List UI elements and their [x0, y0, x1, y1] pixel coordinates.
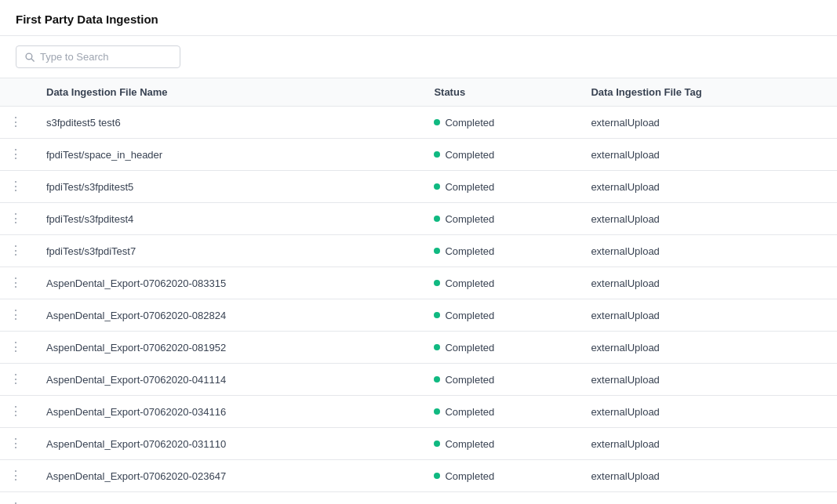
file-name-cell: AspenDental_Export-07062020-082824 [34, 299, 421, 332]
status-dot [434, 473, 440, 479]
row-menu-button[interactable]: ⋮ [0, 171, 34, 203]
file-name-cell: AspenDental_Export-07062020-081952 [34, 332, 421, 364]
row-menu-button[interactable]: ⋮ [0, 267, 34, 299]
status-dot [434, 376, 440, 383]
table-row: ⋮fpdiTest/space_in_headerCompletedextern… [0, 139, 837, 171]
dots-icon: ⋮ [9, 276, 21, 289]
tag-cell: externalUpload [578, 235, 837, 267]
page-header: First Party Data Ingestion [0, 0, 837, 36]
status-text: Completed [445, 117, 494, 129]
page-title: First Party Data Ingestion [16, 13, 158, 26]
table-row: ⋮AspenDental_Export-07062020-015926Compl… [0, 492, 837, 505]
tag-cell: externalUpload [578, 267, 837, 299]
tag-cell: externalUpload [578, 203, 837, 235]
status-text: Completed [445, 277, 494, 289]
search-input[interactable] [40, 51, 172, 63]
status-cell: Completed [421, 428, 578, 460]
table-row: ⋮fpdiTest/s3fpditest4CompletedexternalUp… [0, 203, 837, 235]
status-text: Completed [445, 181, 494, 193]
dots-icon: ⋮ [9, 340, 21, 354]
tag-cell: externalUpload [578, 428, 837, 460]
tag-cell: externalUpload [578, 139, 837, 171]
status-dot [434, 344, 440, 350]
status-text: Completed [445, 245, 494, 257]
status-text: Completed [445, 406, 494, 418]
col-header-tag: Data Ingestion File Tag [578, 78, 837, 107]
file-name-cell: AspenDental_Export-07062020-015926 [34, 492, 421, 505]
table-row: ⋮AspenDental_Export-07062020-031110Compl… [0, 428, 837, 460]
dots-icon: ⋮ [9, 308, 21, 321]
table-row: ⋮AspenDental_Export-07062020-081952Compl… [0, 332, 837, 364]
status-cell: Completed [421, 171, 578, 203]
row-menu-button[interactable]: ⋮ [0, 396, 34, 428]
status-cell: Completed [421, 235, 578, 267]
header-row: Data Ingestion File Name Status Data Ing… [0, 78, 837, 107]
dots-icon: ⋮ [9, 404, 21, 418]
file-name-cell: fpdiTest/s3fpditest4 [34, 203, 421, 235]
tag-cell: externalUpload [578, 396, 837, 428]
file-name-cell: AspenDental_Export-07062020-083315 [34, 267, 421, 299]
table-container: Data Ingestion File Name Status Data Ing… [0, 78, 837, 504]
search-icon [24, 52, 35, 63]
table-row: ⋮AspenDental_Export-07062020-082824Compl… [0, 299, 837, 332]
row-menu-button[interactable]: ⋮ [0, 492, 34, 505]
table-row: ⋮s3fpditest5 test6CompletedexternalUploa… [0, 107, 837, 139]
svg-line-1 [31, 59, 35, 62]
row-menu-button[interactable]: ⋮ [0, 299, 34, 332]
row-menu-button[interactable]: ⋮ [0, 460, 34, 492]
status-text: Completed [445, 213, 494, 225]
tag-cell: externalUpload [578, 492, 837, 505]
row-menu-button[interactable]: ⋮ [0, 235, 34, 267]
file-name-cell: fpdiTest/space_in_header [34, 139, 421, 171]
status-cell: Completed [421, 364, 578, 396]
table-header: Data Ingestion File Name Status Data Ing… [0, 78, 837, 107]
table-row: ⋮AspenDental_Export-07062020-034116Compl… [0, 396, 837, 428]
status-cell: Completed [421, 396, 578, 428]
file-name-cell: AspenDental_Export-07062020-034116 [34, 396, 421, 428]
status-dot [434, 151, 440, 158]
dots-icon: ⋮ [9, 437, 21, 450]
row-menu-button[interactable]: ⋮ [0, 139, 34, 171]
dots-icon: ⋮ [9, 501, 21, 504]
status-dot [434, 248, 440, 254]
status-dot [434, 280, 440, 286]
dots-icon: ⋮ [9, 147, 21, 161]
file-name-cell: fpdiTest/s3fpdiTest7 [34, 235, 421, 267]
file-name-cell: AspenDental_Export-07062020-023647 [34, 460, 421, 492]
status-cell: Completed [421, 460, 578, 492]
dots-icon: ⋮ [9, 179, 21, 193]
table-row: ⋮fpdiTest/s3fpdiTest7CompletedexternalUp… [0, 235, 837, 267]
row-menu-button[interactable]: ⋮ [0, 364, 34, 396]
tag-cell: externalUpload [578, 299, 837, 332]
status-dot [434, 312, 440, 318]
tag-cell: externalUpload [578, 364, 837, 396]
dots-icon: ⋮ [9, 244, 21, 257]
data-table: Data Ingestion File Name Status Data Ing… [0, 78, 837, 504]
file-name-cell: AspenDental_Export-07062020-031110 [34, 428, 421, 460]
status-dot [434, 408, 440, 415]
tag-cell: externalUpload [578, 107, 837, 139]
status-cell: Completed [421, 299, 578, 332]
col-header-file-name: Data Ingestion File Name [34, 78, 421, 107]
table-row: ⋮AspenDental_Export-07062020-023647Compl… [0, 460, 837, 492]
status-dot [434, 183, 440, 190]
status-text: Completed [445, 374, 494, 386]
tag-cell: externalUpload [578, 171, 837, 203]
status-cell: Completed [421, 139, 578, 171]
status-text: Completed [445, 310, 494, 321]
status-dot [434, 119, 440, 125]
dots-icon: ⋮ [9, 212, 21, 225]
tag-cell: externalUpload [578, 332, 837, 364]
file-name-cell: s3fpditest5 test6 [34, 107, 421, 139]
search-wrapper [16, 45, 180, 68]
status-text: Completed [445, 470, 494, 482]
file-name-cell: fpdiTest/s3fpditest5 [34, 171, 421, 203]
dots-icon: ⋮ [9, 372, 21, 386]
svg-point-0 [26, 53, 32, 60]
row-menu-button[interactable]: ⋮ [0, 203, 34, 235]
search-container [0, 36, 837, 78]
row-menu-button[interactable]: ⋮ [0, 107, 34, 139]
row-menu-button[interactable]: ⋮ [0, 332, 34, 364]
row-menu-button[interactable]: ⋮ [0, 428, 34, 460]
status-text: Completed [445, 342, 494, 354]
